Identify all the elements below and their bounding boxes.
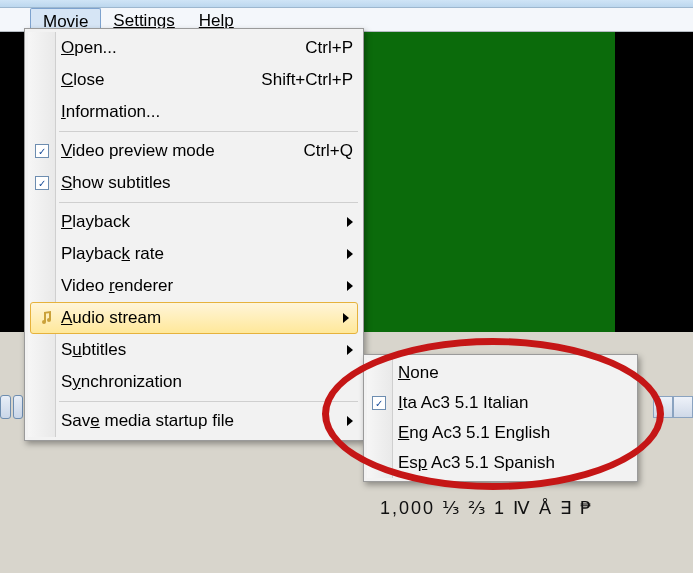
menu-separator (59, 401, 358, 402)
shortcut-label: Ctrl+Q (303, 141, 353, 161)
menu-item-subtitles[interactable]: Subtitles (27, 334, 361, 366)
play-button[interactable] (13, 395, 24, 419)
audio-option-none[interactable]: None (366, 358, 635, 388)
menu-item-information[interactable]: Information... (27, 96, 361, 128)
window-titlebar-strip (0, 0, 693, 8)
menu-item-audio-stream[interactable]: Audio stream (30, 302, 358, 334)
music-note-icon (38, 310, 54, 326)
checkbox-icon: ✓ (372, 396, 386, 410)
submenu-arrow-icon (347, 249, 353, 259)
submenu-arrow-icon (347, 345, 353, 355)
right-control-strip (653, 396, 693, 418)
menu-item-show-subtitles[interactable]: ✓ Show subtitles (27, 167, 361, 199)
character-row: 1,000 ⅓ ⅔ 1 Ⅳ Å ∃ ₱ (380, 497, 678, 527)
audio-option-spanish[interactable]: Esp Ac3 5.1 Spanish (366, 448, 635, 478)
menu-separator (59, 131, 358, 132)
audio-option-italian[interactable]: ✓ Ita Ac3 5.1 Italian (366, 388, 635, 418)
submenu-arrow-icon (343, 313, 349, 323)
menu-item-playback[interactable]: Playback (27, 206, 361, 238)
checkbox-icon: ✓ (35, 144, 49, 158)
submenu-arrow-icon (347, 281, 353, 291)
shortcut-label: Ctrl+P (305, 38, 353, 58)
playback-controls-strip (0, 395, 25, 425)
checkbox-icon: ✓ (35, 176, 49, 190)
right-control-seg[interactable] (673, 396, 693, 418)
menu-item-synchronization[interactable]: Synchronization (27, 366, 361, 398)
menu-item-close[interactable]: Close Shift+Ctrl+P (27, 64, 361, 96)
movie-menu-dropdown: Open... Ctrl+P Close Shift+Ctrl+P Inform… (24, 28, 364, 441)
menu-item-open[interactable]: Open... Ctrl+P (27, 32, 361, 64)
prev-button[interactable] (0, 395, 11, 419)
menu-item-video-preview[interactable]: ✓ Video preview mode Ctrl+Q (27, 135, 361, 167)
submenu-arrow-icon (347, 416, 353, 426)
menu-item-video-renderer[interactable]: Video renderer (27, 270, 361, 302)
menu-item-playback-rate[interactable]: Playback rate (27, 238, 361, 270)
submenu-arrow-icon (347, 217, 353, 227)
shortcut-label: Shift+Ctrl+P (261, 70, 353, 90)
right-control-seg[interactable] (653, 396, 673, 418)
audio-stream-submenu: None ✓ Ita Ac3 5.1 Italian Eng Ac3 5.1 E… (363, 354, 638, 482)
menu-separator (59, 202, 358, 203)
audio-option-english[interactable]: Eng Ac3 5.1 English (366, 418, 635, 448)
menu-item-save-startup-file[interactable]: Save media startup file (27, 405, 361, 437)
